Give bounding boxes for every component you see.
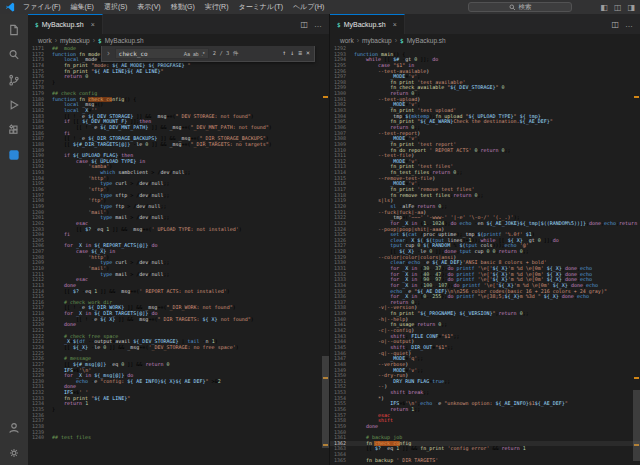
editor-right[interactable]: 12921293function main() {1294 while [[ $… [330, 46, 640, 465]
search-activity-icon[interactable] [0, 42, 28, 67]
more-actions-icon[interactable]: … [625, 20, 633, 29]
search-icon [509, 4, 516, 11]
account-icon[interactable] [0, 415, 28, 440]
shell-file-icon: $ [98, 37, 102, 44]
regex-icon[interactable]: .* [201, 51, 204, 57]
titlebar: ファイル(F)編集(E)選択(S)表示(V)移動(G)実行(R)ターミナル(T)… [0, 0, 640, 14]
chevron-right-icon: › [93, 37, 95, 44]
menu-item[interactable]: 編集(E) [66, 2, 99, 12]
next-match-icon[interactable]: ↓ [290, 51, 294, 57]
explorer-icon[interactable] [0, 17, 28, 42]
menu-item[interactable]: 表示(V) [132, 2, 165, 12]
close-find-icon[interactable]: × [306, 51, 310, 57]
find-buttons: ↑ ↓ ≡ × [282, 51, 310, 57]
layout-secondary-sidebar-icon[interactable]: ◨ [627, 3, 635, 12]
find-toggles: Aa ab .* [184, 51, 205, 57]
shell-file-icon: $ [35, 21, 39, 28]
find-query: check_co [119, 50, 148, 57]
layout-sidebar-icon[interactable]: ◧ [600, 3, 608, 12]
breadcrumb-item[interactable]: MyBackup.sh [105, 37, 144, 44]
line-number: 1240 [28, 435, 52, 441]
chevron-right-icon: › [357, 37, 359, 44]
chevron-right-icon: › [55, 37, 57, 44]
editor-actions-right: ◫ … [604, 14, 640, 34]
tab-label: MyBackup.sh [42, 21, 84, 28]
extensions-icon[interactable] [0, 117, 28, 142]
menu-item[interactable]: 実行(R) [200, 2, 234, 12]
menu-bar: ファイル(F)編集(E)選択(S)表示(V)移動(G)実行(R)ターミナル(T)… [18, 2, 329, 12]
activity-bar [0, 14, 28, 465]
find-match-count: 2 / 3 件 [213, 51, 238, 57]
remote-explorer-icon[interactable] [0, 142, 28, 167]
whole-word-icon[interactable]: ab [193, 51, 199, 57]
code-text: fn_backup '_DIR_TARGETS' [354, 458, 640, 464]
menu-item[interactable]: 選択(S) [99, 2, 132, 12]
find-in-selection-icon[interactable]: ≡ [298, 51, 302, 57]
line-number: 1365 [330, 458, 354, 464]
breadcrumb-item[interactable]: mybackup [362, 37, 392, 44]
code-line[interactable]: 1365 fn_backup '_DIR_TARGETS' [330, 458, 640, 464]
tab-bar-right: $ MyBackup.sh × ◫ … [330, 14, 640, 34]
editor-group-right: $ MyBackup.sh × ◫ … work›mybackup›$MyBac… [330, 14, 640, 465]
breadcrumb-item[interactable]: mybackup [60, 37, 90, 44]
breadcrumb-item[interactable]: MyBackup.sh [407, 37, 446, 44]
breadcrumb-right: work›mybackup›$MyBackup.sh [330, 34, 640, 46]
menu-item[interactable]: ヘルプ(H) [288, 2, 329, 12]
split-editor-icon[interactable]: ◫ [300, 20, 308, 29]
code-text: ## test files [52, 435, 329, 441]
tab-label: MyBackup.sh [344, 21, 386, 28]
tab-close-icon[interactable]: × [393, 21, 397, 28]
split-editor-icon[interactable]: ◫ [611, 20, 619, 29]
tab-bar-left: $ MyBackup.sh × ◫ … [28, 14, 329, 34]
menu-item[interactable]: ファイル(F) [18, 2, 66, 12]
previous-match-icon[interactable]: ↑ [282, 51, 286, 57]
layout-panel-icon[interactable]: ◫ [614, 3, 622, 12]
command-center-search[interactable]: 検索 [468, 2, 572, 12]
shell-file-icon: $ [337, 21, 341, 28]
settings-gear-icon[interactable] [0, 440, 28, 465]
find-widget: › check_co Aa ab .* 2 / 3 件 ↑ ↓ ≡ [101, 46, 315, 62]
editor-group-left: $ MyBackup.sh × ◫ … work›mybackup›$MyBac… [28, 14, 330, 465]
titlebar-layout-controls: ◧ ◫ ◨ [600, 0, 635, 14]
chevron-right-icon: › [395, 37, 397, 44]
editor-actions-left: ◫ … [293, 14, 329, 34]
menu-item[interactable]: ターミナル(T) [233, 2, 288, 12]
match-case-icon[interactable]: Aa [184, 51, 190, 57]
code-line[interactable]: 1240## test files [28, 435, 329, 441]
find-toggle-replace-icon[interactable]: › [106, 51, 111, 57]
tab-mybackup-left[interactable]: $ MyBackup.sh × [28, 14, 103, 34]
breadcrumb-item[interactable]: work [38, 37, 52, 44]
more-actions-icon[interactable]: … [314, 20, 322, 29]
breadcrumb-item[interactable]: work [340, 37, 354, 44]
find-input[interactable]: check_co Aa ab .* [115, 48, 209, 59]
menu-item[interactable]: 移動(G) [166, 2, 200, 12]
source-control-icon[interactable] [0, 67, 28, 92]
shell-file-icon: $ [400, 37, 404, 44]
breadcrumb-left: work›mybackup›$MyBackup.sh [28, 34, 329, 46]
editor-left[interactable]: › check_co Aa ab .* 2 / 3 件 ↑ ↓ ≡ [28, 46, 329, 465]
search-label: 検索 [519, 3, 532, 12]
vscode-window: ファイル(F)編集(E)選択(S)表示(V)移動(G)実行(R)ターミナル(T)… [0, 0, 640, 465]
run-debug-icon[interactable] [0, 92, 28, 117]
vscode-logo-icon [5, 2, 15, 12]
tab-mybackup-right[interactable]: $ MyBackup.sh × [330, 14, 405, 34]
tab-close-icon[interactable]: × [91, 21, 95, 28]
